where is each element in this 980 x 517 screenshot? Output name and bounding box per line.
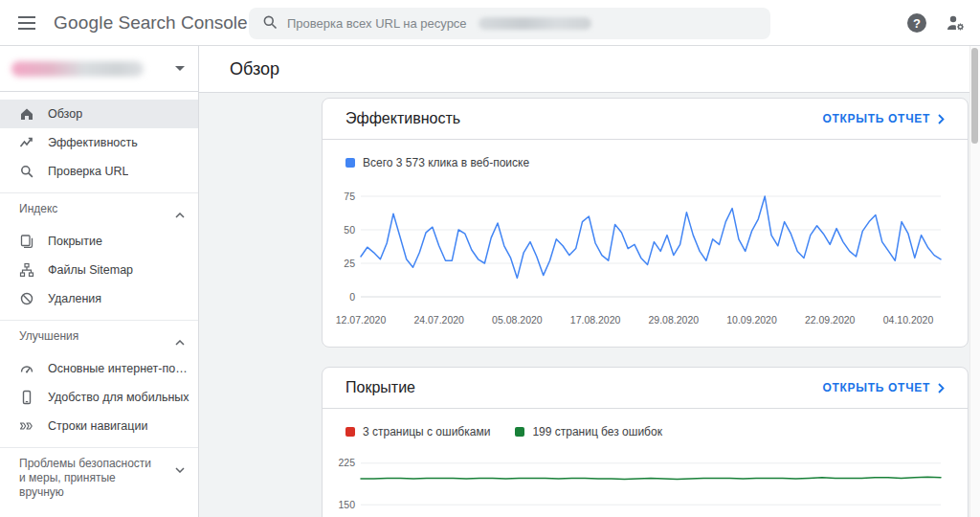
property-selector[interactable] [0,46,198,92]
performance-card: Эффективность ОТКРЫТЬ ОТЧЕТ Всего 3 573 … [322,98,969,348]
menu-icon[interactable] [15,11,38,34]
coverage-card: Покрытие ОТКРЫТЬ ОТЧЕТ 3 страницы с ошиб… [322,367,969,517]
open-report-label: ОТКРЫТЬ ОТЧЕТ [822,112,930,125]
sidebar-section-header[interactable]: Улучшения [0,320,198,354]
performance-icon [19,135,34,150]
performance-card-header: Эффективность ОТКРЫТЬ ОТЧЕТ [323,99,968,140]
url-inspect-icon [19,164,34,179]
svg-text:10.09.2020: 10.09.2020 [726,314,777,326]
open-report-link-coverage[interactable]: ОТКРЫТЬ ОТЧЕТ [822,381,945,394]
breadcrumbs-icon [19,418,34,434]
legend-item: 199 страниц без ошибок [515,425,662,438]
settings-account-icon[interactable] [944,11,967,34]
sidebar-item-sitemap[interactable]: Файлы Sitemap [0,256,198,284]
sidebar-item-label: Покрытие [48,235,102,248]
topbar-actions: ? [907,0,967,46]
sidebar: ОбзорЭффективностьПроверка URLИндексПокр… [0,46,199,517]
sidebar-item-coverage[interactable]: Покрытие [0,227,198,256]
sidebar-item-label: Файлы Sitemap [48,263,133,277]
legend-label: 3 страницы с ошибками [363,425,490,438]
page-header: Обзор [199,46,980,93]
svg-text:225: 225 [338,457,355,468]
coverage-chart[interactable]: 225150 [334,453,945,517]
legend-label: Всего 3 573 клика в веб-поиске [363,156,529,169]
help-icon[interactable]: ? [907,13,926,33]
svg-text:22.09.2020: 22.09.2020 [805,314,856,326]
sidebar-item-home[interactable]: Обзор [0,100,198,128]
scrollbar-thumb[interactable] [971,48,978,144]
logo-product: Search Console [118,12,247,34]
svg-text:29.08.2020: 29.08.2020 [649,314,700,326]
sitemap-icon [19,262,34,278]
sidebar-item-label: Проверка URL [48,165,128,178]
sidebar-item-label: Строки навигации [48,419,147,433]
search-placeholder: Проверка всех URL на ресурсе [287,16,467,31]
sidebar-section-label: Улучшения [19,329,78,344]
legend-label: 199 страниц без ошибок [532,425,662,438]
sidebar-item-label: Обзор [48,107,82,121]
mobile-icon [19,390,34,405]
web-vitals-icon [19,361,34,376]
sidebar-item-web-vitals[interactable]: Основные интернет-показ... [0,354,198,383]
svg-text:12.07.2020: 12.07.2020 [336,314,387,326]
removals-icon [19,291,34,306]
scrollbar[interactable] [969,46,980,517]
open-report-link-performance[interactable]: ОТКРЫТЬ ОТЧЕТ [822,112,945,125]
svg-text:25: 25 [344,258,355,269]
sidebar-item-performance[interactable]: Эффективность [0,128,198,157]
legend-swatch [515,427,524,437]
svg-text:0: 0 [349,291,355,303]
home-icon [19,106,34,122]
chevron-right-icon [938,114,945,124]
performance-legend: Всего 3 573 клика в веб-поиске [345,155,945,170]
dropdown-caret-icon [175,66,185,71]
sidebar-item-url-inspect[interactable]: Проверка URL [0,157,198,186]
svg-text:17.08.2020: 17.08.2020 [570,314,621,326]
sidebar-item-removals[interactable]: Удаления [0,284,198,313]
content-area: Эффективность ОТКРЫТЬ ОТЧЕТ Всего 3 573 … [199,93,980,517]
svg-text:75: 75 [344,191,355,202]
topbar: Google Search Console Проверка всех URL … [0,0,980,46]
chevron-up-icon [175,332,185,349]
redacted-property-name [11,61,144,77]
sidebar-item-label: Основные интернет-показ... [48,362,191,375]
svg-text:150: 150 [338,499,355,510]
search-icon [262,14,278,34]
url-inspection-search-input[interactable]: Проверка всех URL на ресурсе [249,8,770,39]
main-content: Обзор Эффективность ОТКРЫТЬ ОТЧЕТ Всего … [199,46,980,517]
open-report-label: ОТКРЫТЬ ОТЧЕТ [822,381,930,394]
legend-item: 3 страницы с ошибками [345,425,490,438]
performance-card-body: Всего 3 573 клика в веб-поиске 025507512… [323,140,968,347]
page-title: Обзор [230,59,279,79]
coverage-card-title: Покрытие [345,379,415,396]
coverage-icon [19,234,34,249]
sidebar-nav: ОбзорЭффективностьПроверка URLИндексПокр… [0,92,198,505]
coverage-card-header: Покрытие ОТКРЫТЬ ОТЧЕТ [323,368,968,409]
svg-text:04.10.2020: 04.10.2020 [883,314,934,326]
chevron-down-icon [175,460,185,477]
svg-text:24.07.2020: 24.07.2020 [413,314,464,326]
sidebar-item-mobile[interactable]: Удобство для мобильных [0,383,198,412]
performance-chart[interactable]: 025507512.07.202024.07.202005.08.202017.… [334,184,945,333]
sidebar-item-breadcrumbs[interactable]: Строки навигации [0,412,198,440]
legend-swatch [345,158,355,168]
legend-item: Всего 3 573 клика в веб-поиске [345,156,529,169]
sidebar-item-label: Удаления [48,292,101,305]
sidebar-item-label: Удобство для мобильных [48,391,189,404]
performance-card-title: Эффективность [345,110,460,127]
chevron-right-icon [938,383,945,393]
legend-swatch [345,427,355,437]
sidebar-section-header[interactable]: Проблемы безопасности и меры, принятые в… [0,447,198,505]
sidebar-section-header[interactable]: Индекс [0,192,198,227]
coverage-card-body: 3 страницы с ошибками199 страниц без оши… [323,409,968,517]
svg-text:05.08.2020: 05.08.2020 [492,314,543,326]
svg-text:50: 50 [344,224,355,236]
logo-google: Google [54,12,113,34]
coverage-legend: 3 страницы с ошибками199 страниц без оши… [345,424,945,439]
sidebar-section-label: Индекс [19,202,57,216]
sidebar-item-label: Эффективность [48,136,138,149]
app-logo[interactable]: Google Search Console [54,12,248,34]
chevron-up-icon [175,205,185,222]
sidebar-section-label: Проблемы безопасности и меры, принятые в… [19,457,151,500]
redacted-property-url [479,17,591,30]
